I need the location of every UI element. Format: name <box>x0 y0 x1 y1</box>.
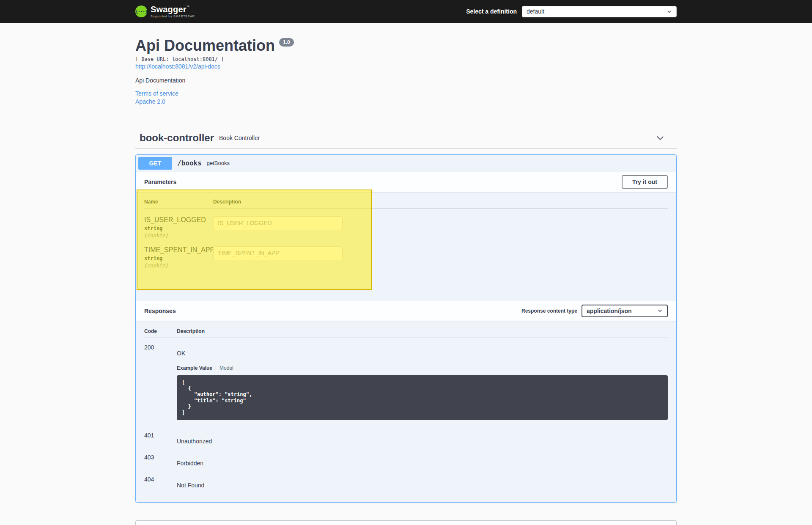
parameter-location: (cookie) <box>144 263 213 269</box>
response-description: OK <box>177 343 668 357</box>
parameters-title: Parameters <box>144 179 176 185</box>
topbar: {···} Swagger™ Supported by SMARTBEAR Se… <box>0 0 812 23</box>
chevron-down-icon <box>657 308 663 313</box>
tab-divider <box>216 365 216 371</box>
operation-summary-text: getBooks <box>207 160 230 166</box>
example-code-block: [ { "author": "string", "title": "string… <box>177 375 668 420</box>
chevron-down-icon <box>667 9 672 14</box>
base-url: [ Base URL: localhost:8081/ ] <box>135 56 677 62</box>
operation-path[interactable]: /books <box>177 159 202 167</box>
operation-summary[interactable]: GET /books getBooks <box>136 155 676 172</box>
parameters-header: Parameters Try it out <box>136 172 676 192</box>
parameter-input-is-user-logged[interactable] <box>213 216 343 230</box>
response-content-type-select[interactable]: application/json <box>582 305 668 317</box>
response-code: 403 <box>144 453 177 467</box>
response-row-200: 200 OK Example Value Model [ { "author":… <box>144 338 668 420</box>
parameter-row: TIME_SPENT_IN_APP string (cookie) <box>144 239 668 269</box>
parameter-input-time-spent-in-app[interactable] <box>213 246 343 260</box>
version-badge: 1.0 <box>279 38 294 47</box>
response-content-type-value: application/json <box>587 308 632 314</box>
example-value-tab[interactable]: Example Value <box>177 365 212 371</box>
response-description: Not Found <box>177 475 668 489</box>
try-it-out-button[interactable]: Try it out <box>622 175 668 189</box>
tag-description: Book Controller <box>219 135 260 141</box>
api-description: Api Documentation <box>135 77 677 84</box>
responses-header: Responses Response content type applicat… <box>136 301 676 321</box>
responses-table: Code Description 200 OK Example Value Mo… <box>136 321 676 502</box>
license-link[interactable]: Apache 2.0 <box>135 98 677 105</box>
parameter-location: (cookie) <box>144 233 213 239</box>
chevron-down-icon[interactable] <box>656 133 665 143</box>
response-row-403: 403 Forbidden <box>144 448 668 470</box>
parameter-name: IS_USER_LOGGED <box>144 216 213 224</box>
tag-name: book-controller <box>140 132 214 144</box>
model-tab[interactable]: Model <box>219 365 233 371</box>
brand-trademark: ™ <box>187 5 189 8</box>
models-section[interactable]: Models <box>135 520 677 525</box>
responses-col-code: Code <box>144 328 177 334</box>
parameter-row: IS_USER_LOGGED string (cookie) <box>144 209 668 239</box>
parameters-col-description: Description <box>213 199 241 205</box>
response-content-type-label: Response content type <box>521 308 577 314</box>
operation-block-get-books: GET /books getBooks Parameters Try it ou… <box>135 154 677 503</box>
brand-text: Swagger <box>151 5 187 14</box>
swagger-logo[interactable]: {···} Swagger™ Supported by SMARTBEAR <box>135 5 195 18</box>
parameter-type: string <box>144 225 213 231</box>
terms-of-service-link[interactable]: Terms of service <box>135 90 677 97</box>
response-row-401: 401 Unauthorized <box>144 426 668 448</box>
response-code: 200 <box>144 343 177 420</box>
tag-section-header[interactable]: book-controller Book Controller <box>135 128 677 148</box>
parameters-table: Name Description IS_USER_LOGGED string (… <box>136 192 676 301</box>
brand-subtext: Supported by SMARTBEAR <box>151 15 195 18</box>
definition-select[interactable]: default <box>522 6 677 17</box>
api-docs-link[interactable]: http://localhost:8081/v2/api-docs <box>135 63 220 70</box>
response-description: Forbidden <box>177 453 668 467</box>
response-row-404: 404 Not Found <box>144 470 668 492</box>
info-section: Api Documentation 1.0 [ Base URL: localh… <box>135 37 677 105</box>
response-code: 401 <box>144 431 177 445</box>
responses-col-description: Description <box>177 328 205 334</box>
parameters-col-name: Name <box>144 199 213 205</box>
response-description: Unauthorized <box>177 431 668 445</box>
definition-select-value: default <box>527 8 544 15</box>
parameter-type: string <box>144 256 213 261</box>
parameter-name: TIME_SPENT_IN_APP <box>144 246 213 254</box>
page-title: Api Documentation <box>135 37 275 54</box>
responses-title: Responses <box>144 308 176 314</box>
response-code: 404 <box>144 475 177 489</box>
method-badge: GET <box>138 157 172 170</box>
swagger-logo-icon: {···} <box>135 5 147 17</box>
definition-select-label: Select a definition <box>466 8 517 15</box>
